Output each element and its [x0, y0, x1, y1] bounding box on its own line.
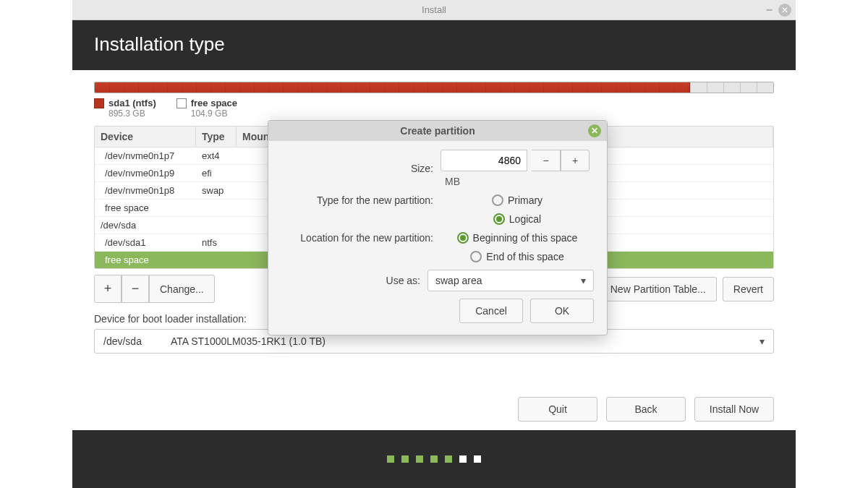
- install-now-button[interactable]: Install Now: [694, 397, 774, 421]
- bootloader-desc: ATA ST1000LM035-1RK1 (1.0 TB): [171, 335, 326, 347]
- progress-dot: [474, 455, 481, 463]
- chevron-down-icon: ▾: [581, 275, 586, 286]
- progress-dot: [416, 455, 423, 463]
- partition-type-label: Type for the new partition:: [281, 194, 433, 206]
- dialog-title: Create partition: [400, 125, 475, 137]
- bootloader-device: /dev/sda: [103, 335, 142, 347]
- close-icon[interactable]: ✕: [778, 4, 791, 17]
- radio-icon: [470, 251, 482, 262]
- change-partition-button[interactable]: Change...: [149, 275, 215, 303]
- minimize-icon[interactable]: −: [766, 4, 773, 17]
- legend-used-size: 895.3 GB: [109, 108, 156, 119]
- progress-dots: [72, 430, 796, 488]
- remove-partition-button[interactable]: −: [122, 275, 149, 303]
- radio-location-beginning[interactable]: Beginning of this space: [457, 232, 578, 244]
- page-title: Installation type: [72, 20, 796, 70]
- add-partition-button[interactable]: +: [94, 275, 122, 303]
- legend-free-label: free space: [191, 98, 237, 108]
- radio-primary[interactable]: Primary: [492, 194, 542, 206]
- swatch-red-icon: [94, 98, 104, 108]
- disk-usage-bar: [94, 82, 774, 93]
- radio-logical[interactable]: Logical: [493, 213, 541, 225]
- revert-button[interactable]: Revert: [723, 277, 774, 301]
- radio-icon: [492, 194, 503, 206]
- legend-free: free space 104.9 GB: [176, 98, 237, 119]
- create-partition-dialog: Create partition ✕ Size: − + MB Type for…: [268, 120, 608, 335]
- usage-used-segment: [95, 82, 690, 93]
- cancel-button[interactable]: Cancel: [459, 299, 523, 323]
- dialog-close-icon[interactable]: ✕: [588, 124, 601, 137]
- window-title: Install: [422, 4, 446, 15]
- radio-checked-icon: [493, 213, 505, 225]
- new-partition-table-button[interactable]: New Partition Table...: [600, 277, 717, 301]
- back-button[interactable]: Back: [606, 397, 686, 421]
- chevron-down-icon: ▾: [760, 335, 765, 347]
- quit-button[interactable]: Quit: [518, 397, 597, 421]
- col-header-device[interactable]: Device: [95, 127, 196, 147]
- use-as-label: Use as:: [281, 275, 420, 286]
- legend-used: sda1 (ntfs) 895.3 GB: [94, 98, 156, 119]
- progress-dot: [387, 455, 394, 463]
- legend-free-size: 104.9 GB: [191, 108, 237, 119]
- size-label: Size:: [281, 163, 433, 174]
- titlebar: Install − ✕: [72, 0, 796, 20]
- usage-free-segment: [690, 82, 773, 93]
- progress-dot: [445, 455, 452, 463]
- use-as-select[interactable]: swap area ▾: [427, 270, 594, 291]
- size-decrement-button[interactable]: −: [532, 150, 561, 171]
- progress-dot: [459, 455, 467, 463]
- swatch-empty-icon: [176, 98, 187, 108]
- size-input[interactable]: [441, 150, 527, 171]
- size-unit: MB: [445, 176, 460, 187]
- col-header-type[interactable]: Type: [196, 127, 237, 147]
- progress-dot: [430, 455, 438, 463]
- ok-button[interactable]: OK: [530, 299, 594, 323]
- partition-location-label: Location for the new partition:: [281, 232, 433, 244]
- legend-used-label: sda1 (ntfs): [109, 98, 156, 108]
- size-increment-button[interactable]: +: [561, 150, 590, 171]
- radio-location-end[interactable]: End of this space: [470, 251, 563, 262]
- progress-dot: [401, 455, 409, 463]
- radio-checked-icon: [457, 232, 469, 244]
